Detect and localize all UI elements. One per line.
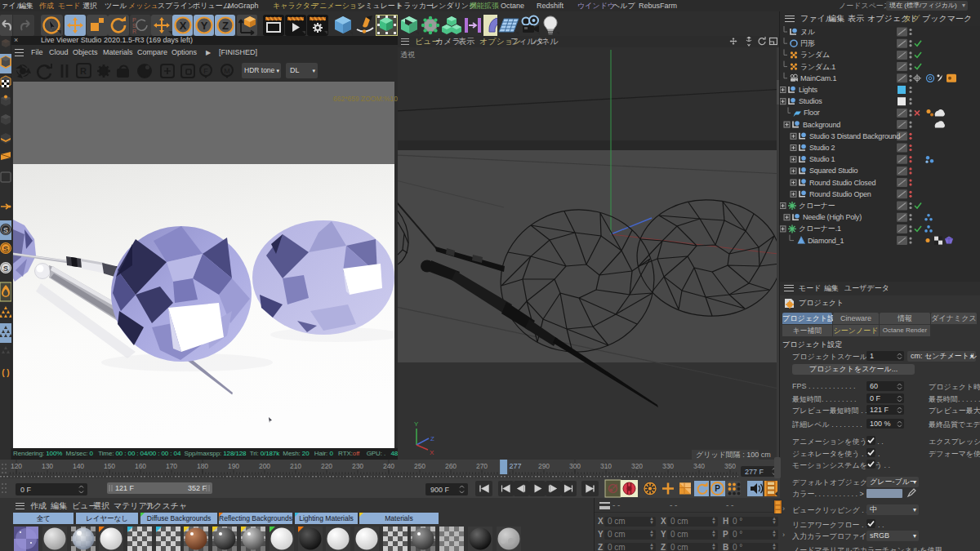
svg-text:240: 240 (383, 462, 394, 470)
svg-text:S: S (3, 245, 8, 253)
svg-text:( ): ( ) (2, 368, 9, 377)
svg-text:300: 300 (569, 462, 581, 470)
svg-text:352 F: 352 F (188, 484, 207, 492)
svg-text:350: 350 (724, 462, 736, 470)
svg-text:透視: 透視 (400, 51, 415, 59)
svg-text:150: 150 (104, 462, 115, 470)
svg-text:グリッド間隔 : 100 cm: グリッド間隔 : 100 cm (696, 451, 771, 459)
svg-text:X: X (430, 449, 434, 456)
svg-text:P: P (715, 484, 720, 493)
svg-text:170: 170 (166, 462, 177, 470)
svg-text:Y: Y (201, 20, 208, 32)
svg-text:270: 270 (476, 462, 488, 470)
svg-text:S: S (3, 264, 8, 273)
svg-text:S: S (3, 226, 8, 234)
svg-text:Y: Y (414, 420, 419, 428)
svg-text:M: M (224, 67, 230, 75)
svg-text:340: 340 (693, 462, 705, 470)
svg-text:140: 140 (73, 462, 84, 470)
svg-text:R: R (132, 29, 136, 34)
svg-text:230: 230 (352, 462, 363, 470)
svg-text:P: P (132, 17, 136, 23)
svg-text:220: 220 (321, 462, 332, 470)
svg-text:190: 190 (228, 462, 239, 470)
svg-text:121 F: 121 F (115, 484, 135, 492)
svg-text:330: 330 (662, 462, 674, 470)
svg-text:F: F (203, 67, 208, 75)
svg-text:X: X (180, 20, 187, 32)
svg-text:900 F: 900 F (430, 486, 450, 494)
svg-text:290: 290 (538, 462, 550, 470)
svg-text:210: 210 (290, 462, 301, 470)
svg-text:277: 277 (510, 462, 522, 470)
svg-text:310: 310 (600, 462, 612, 470)
svg-text:Z: Z (430, 435, 434, 442)
svg-text:0 F: 0 F (20, 486, 32, 494)
svg-text:R: R (80, 66, 87, 76)
svg-text:260: 260 (445, 462, 457, 470)
svg-text:130: 130 (42, 462, 53, 470)
svg-text:120: 120 (11, 462, 22, 470)
svg-text:250: 250 (414, 462, 425, 470)
svg-text:160: 160 (135, 462, 146, 470)
svg-text:Z: Z (222, 20, 229, 32)
svg-text:320: 320 (631, 462, 643, 470)
svg-text:180: 180 (197, 462, 208, 470)
svg-text:277 F: 277 F (745, 468, 764, 476)
svg-text:200: 200 (259, 462, 270, 470)
